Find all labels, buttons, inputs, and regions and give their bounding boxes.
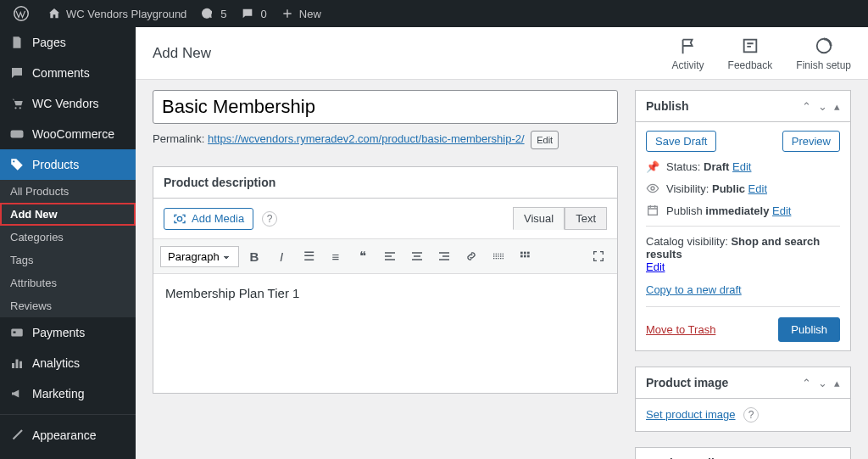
sidebar-item-comments[interactable]: Comments [0,58,136,88]
edit-status-link[interactable]: Edit [732,160,751,173]
sub-item-all-products[interactable]: All Products [0,180,136,203]
link-button[interactable] [459,244,483,268]
calendar-icon [646,204,659,217]
product-image-heading: Product image [646,376,802,389]
sub-item-add-new[interactable]: Add New [0,203,136,226]
feedback-action[interactable]: Feedback [728,36,773,71]
menu-separator [0,414,136,415]
right-column: Publish ⌃ ⌄ ▴ Save Draft Preview 📌 Statu… [635,90,851,459]
svg-point-12 [177,216,181,221]
comments[interactable]: 0 [234,7,274,20]
sidebar-item-woocommerce[interactable]: WooCommerce [0,119,136,149]
italic-button[interactable]: I [270,244,293,268]
sidebar-item-plugins[interactable]: Plugins [0,451,136,459]
copy-draft-link[interactable]: Copy to a new draft [646,283,742,296]
product-description-box: Product description Add Media ? Visual T… [153,166,618,394]
svg-rect-9 [19,361,22,368]
topbar: Add New Activity Feedback Finish setup [136,27,868,80]
admin-bar: WC Vendors Playground 5 0 New [0,0,868,27]
sub-item-categories[interactable]: Categories [0,226,136,249]
edit-visibility-link[interactable]: Edit [748,182,767,195]
sub-item-attributes[interactable]: Attributes [0,271,136,294]
sidebar-item-label: Products [32,158,79,171]
svg-rect-3 [11,131,24,138]
sub-item-tags[interactable]: Tags [0,249,136,271]
toggle-panel-icon[interactable]: ▴ [834,377,840,389]
edit-slug-button[interactable]: Edit [531,131,559,149]
activity-action[interactable]: Activity [672,36,704,71]
visibility-row: Visibility: Public Edit [646,182,840,195]
permalink-link[interactable]: https://wcvendors.rymeradev2.com/product… [208,132,525,145]
finish-action[interactable]: Finish setup [796,36,851,71]
help-icon[interactable]: ? [262,211,277,227]
editor-content[interactable]: Membership Plan Tier 1 [153,274,617,393]
sidebar-item-products[interactable]: Products [0,149,136,180]
move-down-icon[interactable]: ⌄ [818,100,827,113]
svg-point-19 [651,187,654,190]
align-right-button[interactable] [432,244,456,268]
numbered-list-button[interactable]: ≡ [324,244,348,268]
permalink-row: Permalink: https://wcvendors.rymeradev2.… [153,131,618,149]
updates[interactable]: 5 [193,7,233,20]
format-select[interactable]: Paragraph [160,246,239,267]
svg-point-4 [13,160,14,162]
sidebar-item-payments[interactable]: Payments [0,317,136,348]
align-left-button[interactable] [378,244,402,268]
sidebar-item-marketing[interactable]: Marketing [0,378,136,409]
card-icon [8,324,25,341]
new-content[interactable]: New [274,7,328,20]
preview-button[interactable]: Preview [782,131,840,152]
sidebar-item-pages[interactable]: Pages [0,27,136,58]
svg-rect-7 [12,363,14,368]
toggle-panel-icon[interactable]: ▴ [834,100,840,113]
svg-rect-13 [520,252,523,255]
bulleted-list-button[interactable]: ☰ [297,244,320,268]
fullscreen-button[interactable] [587,244,610,268]
publish-button[interactable]: Publish [778,317,840,342]
trash-link[interactable]: Move to Trash [646,323,715,336]
sidebar-item-label: WC Vendors [32,97,99,110]
wp-logo[interactable] [7,6,41,21]
bold-button[interactable]: B [242,244,266,268]
add-media-button[interactable]: Add Media [164,208,253,230]
permalink-label: Permalink: [153,132,204,145]
sidebar-item-label: Comments [32,66,90,80]
product-title-input[interactable] [153,90,618,124]
woo-icon [8,126,25,143]
chart-icon [8,355,25,372]
help-icon[interactable]: ? [743,407,759,423]
editor-format-bar: Paragraph B I ☰ ≡ ❝ [153,239,617,274]
site-name[interactable]: WC Vendors Playground [41,7,193,20]
more-button[interactable] [487,244,510,268]
edit-catalog-link[interactable]: Edit [646,260,665,273]
quote-button[interactable]: ❝ [351,244,375,268]
catalog-row: Catalog visibility: Shop and search resu… [646,226,840,273]
updates-count: 5 [220,8,226,20]
save-draft-button[interactable]: Save Draft [646,131,716,152]
cart-icon [8,95,25,112]
sidebar-item-analytics[interactable]: Analytics [0,348,136,378]
schedule-row: Publish immediately Edit [646,204,840,217]
sidebar-item-label: Marketing [32,387,84,400]
progress-icon [796,36,851,56]
tab-visual[interactable]: Visual [513,207,565,230]
toolbar-toggle-button[interactable] [514,244,537,268]
move-up-icon[interactable]: ⌃ [802,377,811,389]
set-product-image-link[interactable]: Set product image [646,408,736,421]
sidebar-item-appearance[interactable]: Appearance [0,420,136,451]
align-center-button[interactable] [405,244,429,268]
content: Permalink: https://wcvendors.rymeradev2.… [136,80,868,459]
desc-heading: Product description [153,167,617,199]
brush-icon [8,427,25,444]
sidebar-item-wcvendors[interactable]: WC Vendors [0,88,136,119]
edit-schedule-link[interactable]: Edit [772,204,791,217]
sub-item-reviews[interactable]: Reviews [0,294,136,317]
topbar-actions: Activity Feedback Finish setup [672,36,851,71]
tab-text[interactable]: Text [565,207,607,230]
eye-icon [646,182,659,195]
publish-box: Publish ⌃ ⌄ ▴ Save Draft Preview 📌 Statu… [635,90,851,351]
move-down-icon[interactable]: ⌄ [818,377,827,389]
page-title: Add New [153,45,672,62]
flag-icon [672,36,704,56]
move-up-icon[interactable]: ⌃ [802,100,811,113]
